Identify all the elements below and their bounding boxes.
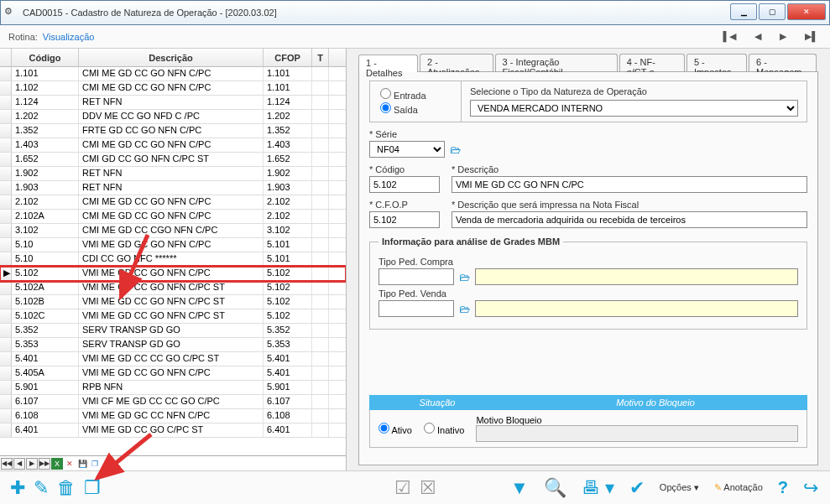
tab-atualizacoes[interactable]: 2 - Atualizações: [420, 54, 493, 71]
copy-icon[interactable]: ❐: [84, 477, 101, 499]
tipo-ped-venda-code[interactable]: [378, 300, 454, 317]
search-icon[interactable]: 🔍: [544, 477, 566, 499]
grid-save-icon[interactable]: 💾: [76, 458, 88, 470]
tipo-natureza-select[interactable]: VENDA MERCADO INTERNO: [470, 100, 798, 117]
tab-integracao[interactable]: 3 - Integração Fiscal/Contábil: [495, 54, 618, 71]
tipo-ped-compra-code[interactable]: [378, 268, 454, 285]
table-row[interactable]: 6.401VMI ME GD CC GO C/PC ST6.401: [0, 423, 346, 438]
folder-icon[interactable]: 🗁: [459, 271, 470, 283]
situacao-header: Situação: [370, 396, 504, 409]
grid-copy-icon[interactable]: ❐: [89, 458, 101, 470]
col-t[interactable]: T: [312, 49, 329, 66]
table-row[interactable]: 5.901RPB NFN5.901: [0, 381, 346, 395]
descricao-label: * Descrição: [452, 164, 807, 174]
tipo-ped-venda-desc[interactable]: [475, 300, 798, 317]
cfop-label: * C.F.O.P: [369, 200, 443, 210]
entrada-saida-group: Entrada Saída: [369, 81, 462, 122]
title-bar: ⚙ CAD0015 - Cadastro de Natureza de Oper…: [0, 0, 830, 25]
maximize-button[interactable]: ▢: [759, 3, 786, 20]
folder-icon[interactable]: 🗁: [450, 143, 461, 156]
cancel-icon[interactable]: ☒: [420, 477, 436, 499]
help-icon[interactable]: ?: [778, 478, 788, 497]
table-row[interactable]: 1.403CMI ME GD CC GO NFN C/PC1.403: [0, 138, 346, 153]
grid-body[interactable]: 1.101CMI ME GD CC GO NFN C/PC1.1011.102C…: [0, 67, 346, 455]
table-row[interactable]: 5.352SERV TRANSP GD GO5.352: [0, 324, 346, 338]
tipo-natureza-label: Selecione o Tipo da Natureza de Operação: [470, 86, 798, 96]
tab-mensagem[interactable]: 6 - Mensagem: [749, 54, 817, 71]
table-row[interactable]: 1.352FRTE GD CC GO NFN C/PC1.352: [0, 124, 346, 138]
descricao-input[interactable]: [452, 176, 807, 193]
new-icon[interactable]: ✚: [10, 477, 25, 499]
filter-icon[interactable]: ▼: [510, 477, 529, 499]
excel-icon[interactable]: X: [51, 458, 63, 470]
codigo-input[interactable]: [369, 176, 440, 193]
table-row[interactable]: 5.102BVMI ME GD CC GO NFN C/PC ST5.102: [0, 295, 346, 309]
mbm-fieldset: Informação para análise de Grades MBM Ti…: [369, 236, 807, 330]
visualizacao-link[interactable]: Visualização: [43, 32, 95, 42]
table-row[interactable]: 1.102CMI ME GD CC GO NFN C/PC1.101: [0, 81, 346, 96]
table-row[interactable]: 1.903RET NFN1.903: [0, 181, 346, 195]
table-row[interactable]: 5.405AVMI ME GD CC GO NFN C/PC5.401: [0, 366, 346, 381]
table-row[interactable]: 6.107VMI CF ME GD CC CC GO C/PC6.107: [0, 395, 346, 409]
tab-impostos[interactable]: 5 - Impostos: [686, 54, 747, 71]
exit-icon[interactable]: ↪: [803, 477, 818, 499]
nav-last-icon[interactable]: ▶▌: [805, 31, 818, 42]
nav-prev-icon[interactable]: ◀: [754, 31, 761, 42]
cfop-input[interactable]: [369, 211, 440, 228]
col-codigo[interactable]: Código: [12, 49, 79, 66]
table-row[interactable]: 3.102CMI ME GD CC CGO NFN C/PC3.102: [0, 224, 346, 238]
radio-entrada[interactable]: Entrada: [380, 88, 451, 101]
serie-label: * Série: [369, 129, 807, 139]
grid-last-button[interactable]: ▶▶: [39, 458, 50, 470]
tab-strip: 1 - Detalhes 2 - Atualizações 3 - Integr…: [358, 54, 818, 72]
table-row[interactable]: 2.102ACMI ME GD CC GO NFN C/PC2.102: [0, 210, 346, 224]
check-icon[interactable]: ✔: [629, 477, 645, 499]
nav-next-icon[interactable]: ▶: [780, 31, 786, 42]
opcoes-dropdown[interactable]: Opções ▾: [660, 482, 699, 493]
edit-icon[interactable]: ✎: [34, 477, 49, 499]
table-row[interactable]: 5.401VMI ME GD CC CC GO C/PC ST5.401: [0, 352, 346, 366]
table-row[interactable]: ▶5.102VMI ME GD CC GO NFN C/PC5.102: [0, 267, 346, 281]
table-row[interactable]: 2.102CMI ME GD CC GO NFN C/PC2.102: [0, 195, 346, 210]
table-row[interactable]: 6.108VMI ME GD GC CC NFN C/PC6.108: [0, 409, 346, 423]
detail-panel: Entrada Saída Selecione o Tipo da Nature…: [358, 72, 818, 465]
grid-close-icon[interactable]: ✕: [64, 458, 76, 470]
table-row[interactable]: 1.202DDV ME CC GO NFD C /PC1.202: [0, 110, 346, 124]
codigo-label: * Código: [369, 164, 443, 174]
folder-icon[interactable]: 🗁: [459, 303, 470, 315]
minimize-button[interactable]: ▁: [730, 3, 757, 20]
col-cfop[interactable]: CFOP: [264, 49, 312, 66]
table-row[interactable]: 5.102CVMI ME GD CC GO NFN C/PC ST5.102: [0, 309, 346, 324]
anotacao-button[interactable]: ✎ Anotação: [714, 482, 763, 493]
tab-nfe[interactable]: 4 - NF-e/CT-e: [619, 54, 685, 71]
descnf-input[interactable]: [452, 211, 807, 228]
grid-first-button[interactable]: ◀◀: [1, 458, 13, 470]
grid-refresh-icon[interactable]: ↻: [102, 458, 113, 470]
col-descricao[interactable]: Descrição: [79, 49, 264, 66]
print-icon[interactable]: 🖶 ▾: [582, 477, 614, 499]
tipo-ped-compra-desc[interactable]: [475, 268, 798, 285]
table-row[interactable]: 5.353SERV TRANSP GD GO5.353: [0, 338, 346, 352]
radio-saida[interactable]: Saída: [380, 102, 451, 115]
table-row[interactable]: 1.652CMI GD CC GO NFN C/PC ST1.652: [0, 153, 346, 167]
status-header: Situação Motivo do Bloqueio: [369, 395, 807, 410]
table-row[interactable]: 5.10CDI CC GO NFC ******5.101: [0, 252, 346, 267]
table-row[interactable]: 1.902RET NFN1.902: [0, 167, 346, 181]
delete-icon[interactable]: 🗑: [57, 477, 76, 499]
grid-footer: ◀◀ ◀ ▶ ▶▶ X ✕ 💾 ❐ ↻: [0, 455, 346, 470]
motivo-bloqueio-input[interactable]: [476, 425, 798, 442]
motivo-header: Motivo do Bloqueio: [504, 396, 807, 409]
close-button[interactable]: ✕: [787, 3, 826, 20]
table-row[interactable]: 5.10VMI ME GD GC GO NFN C/PC5.101: [0, 238, 346, 252]
grid-next-button[interactable]: ▶: [26, 458, 38, 470]
radio-inativo[interactable]: Inativo: [424, 423, 464, 435]
confirm-icon[interactable]: ☑: [394, 477, 411, 499]
tab-detalhes[interactable]: 1 - Detalhes: [358, 55, 418, 72]
nav-first-icon[interactable]: ▌◀: [723, 31, 736, 42]
grid-prev-button[interactable]: ◀: [13, 458, 25, 470]
radio-ativo[interactable]: Ativo: [378, 423, 412, 435]
serie-select[interactable]: NF04: [369, 141, 445, 158]
table-row[interactable]: 1.101CMI ME GD CC GO NFN C/PC1.101: [0, 67, 346, 81]
table-row[interactable]: 1.124RET NFN1.124: [0, 96, 346, 110]
table-row[interactable]: 5.102AVMI ME GD CC GO NFN C/PC ST5.102: [0, 281, 346, 295]
